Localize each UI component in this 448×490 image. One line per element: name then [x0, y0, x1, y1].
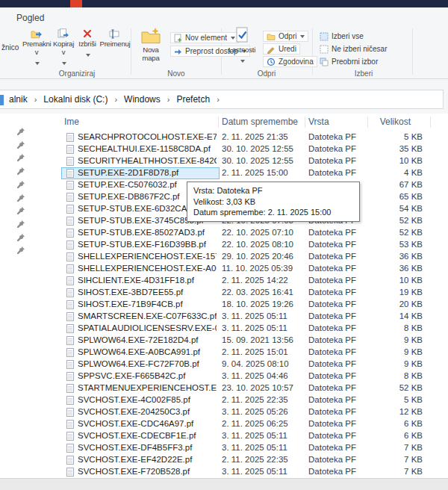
select-all-button[interactable]: Izberi vse [320, 31, 364, 42]
group-label-select: Izberi [317, 69, 411, 78]
column-separator[interactable] [305, 117, 305, 128]
file-row[interactable]: SEARCHPROTOCOLHOST.EXE-E7BC...2. 11. 202… [60, 131, 433, 143]
edit-button[interactable]: Uredi [263, 43, 300, 55]
file-name: SVCHOST.EXE-4C002F85.pf [78, 395, 217, 404]
move-to-icon [22, 28, 51, 39]
file-row[interactable]: SVCHOST.EXE-EF42D22E.pf2. 11. 2025 22:35… [60, 454, 433, 466]
file-row[interactable]: SIHOST.EXE-71B9F4CB.pf18. 10. 2025 19:26… [60, 299, 433, 311]
file-name: SPLWOW64.EXE-A0BCA991.pf [78, 347, 217, 356]
file-size: 67 KB [363, 180, 432, 189]
file-row[interactable]: SVCHOST.EXE-DF4B5FF3.pf3. 11. 2025 05:11… [60, 442, 433, 454]
file-date: 2. 11. 2025 21:35 [222, 132, 305, 141]
file-row[interactable]: SVCHOST.EXE-CDECBF1E.pf3. 11. 2025 05:11… [60, 430, 433, 442]
file-date: 9. 04. 2025 08:10 [222, 359, 305, 368]
column-separator[interactable] [367, 117, 368, 128]
file-name: SIHOST.EXE-71B9F4CB.pf [78, 300, 217, 308]
column-header-type[interactable]: Vrsta [308, 117, 329, 127]
file-date: 22. 10. 2025 07:10 [222, 228, 305, 237]
select-none-label: Ne izberi ničesar [332, 45, 387, 53]
column-header-date[interactable]: Datum spremembe [222, 117, 298, 127]
address-box[interactable]: alnik›Lokalni disk (C:)›Windows›Prefetch… [0, 90, 444, 109]
file-row[interactable]: SHELLEXPERIENCEHOST.EXE-A0C9...11. 10. 2… [60, 263, 433, 275]
column-header-name[interactable]: Ime [64, 117, 79, 127]
file-icon [66, 133, 74, 142]
file-type: Datoteka PF [308, 395, 367, 404]
file-type: Datoteka PF [308, 132, 367, 141]
copy-to-button[interactable]: Kopiraj v [51, 28, 76, 69]
file-type: Datoteka PF [308, 228, 367, 237]
breadcrumb-separator[interactable]: › [29, 95, 43, 104]
file-row[interactable]: SECHEALTHUI.EXE-1158C8DA.pf30. 10. 2025 … [60, 143, 433, 155]
file-icon [66, 241, 74, 249]
breadcrumb-separator[interactable]: › [109, 95, 122, 104]
file-row[interactable]: SHELLEXPERIENCEHOST.EXE-157E...29. 10. 2… [60, 251, 433, 263]
delete-button[interactable]: Izbriši [76, 28, 99, 62]
file-type: Datoteka PF [308, 419, 367, 428]
file-row[interactable]: SETUP.EXE-2D1F8D78.pf2. 11. 2025 15:00Da… [60, 167, 433, 179]
breadcrumb-item[interactable]: Windows [122, 94, 162, 105]
address-folder-icon [0, 95, 4, 105]
file-row[interactable]: SVCHOST.EXE-4C002F85.pf2. 11. 2025 22:35… [60, 394, 433, 406]
file-row[interactable]: SPATIALAUDIOLICENSESRV.EXE-08...3. 11. 2… [60, 323, 433, 335]
column-header-size[interactable]: Velikost [367, 117, 430, 127]
new-folder-icon [134, 27, 167, 45]
column-headers: Ime Datum spremembe Vrsta Velikost [60, 114, 442, 131]
breadcrumb-separator[interactable]: › [162, 95, 175, 104]
file-row[interactable]: SMARTSCREEN.EXE-C07F633C.pf3. 11. 2025 0… [60, 311, 433, 323]
file-row[interactable]: SVCHOST.EXE-204250C3.pf3. 11. 2025 05:26… [60, 406, 433, 418]
file-row[interactable]: SPLWOW64.EXE-FC72F70B.pf9. 04. 2025 08:1… [60, 359, 433, 370]
column-separator[interactable] [218, 117, 219, 128]
open-label: Odpri [279, 32, 296, 40]
open-button[interactable]: Odpri [263, 31, 308, 42]
select-none-button[interactable]: Ne izberi ničesar [320, 43, 387, 55]
file-date: 30. 10. 2025 12:55 [222, 156, 305, 165]
file-date: 2. 11. 2025 14:22 [222, 276, 305, 285]
file-date: 3. 11. 2025 05:11 [222, 311, 305, 320]
file-name: SVCHOST.EXE-204250C3.pf [78, 407, 217, 416]
file-date: 3. 11. 2025 05:11 [222, 443, 305, 452]
file-icon [66, 444, 74, 453]
copy-to-icon [51, 28, 76, 39]
file-size: 36 KB [363, 264, 432, 273]
file-row[interactable]: SIHOST.EXE-3BD7EE55.pf22. 03. 2025 16:41… [60, 287, 433, 299]
file-type: Datoteka PF [308, 443, 367, 452]
file-type: Datoteka PF [308, 335, 367, 344]
file-row[interactable]: STARTMENUEXPERIENCEHOST.EXE...23. 10. 20… [60, 382, 433, 394]
file-type: Datoteka PF [308, 323, 367, 332]
file-row[interactable]: SPLWOW64.EXE-A0BCA991.pf2. 11. 2025 15:0… [60, 347, 433, 359]
file-icon [66, 468, 74, 477]
move-to-button[interactable]: Premakni v [22, 28, 51, 69]
invert-selection-button[interactable]: Preobrni izbor [320, 56, 378, 67]
file-size: 12 KB [363, 407, 432, 416]
history-button[interactable]: Zgodovina [263, 56, 317, 67]
file-row[interactable]: SVCHOST.EXE-CDC46A97.pf2. 11. 2025 06:25… [60, 418, 433, 430]
tab-pogled[interactable]: Pogled [12, 11, 49, 25]
move-to-label: Premakni v [22, 40, 51, 56]
file-row[interactable]: SETUP-STUB.EXE-F16D39BB.pf22. 10. 2025 0… [60, 239, 433, 251]
file-size: 14 KB [363, 311, 432, 320]
file-row[interactable]: SIHCLIENT.EXE-4D31FF18.pf2. 11. 2025 14:… [60, 275, 433, 287]
file-row[interactable]: SETUP-STUB.EXE-85027AD3.pf22. 10. 2025 0… [60, 227, 433, 239]
tooltip: Vrsta: Datoteka PFVelikost: 3,03 KBDatum… [187, 182, 360, 222]
file-date: 3. 11. 2025 04:46 [222, 371, 305, 380]
file-name: SHELLEXPERIENCEHOST.EXE-A0C9... [78, 264, 217, 273]
file-row[interactable]: SECURITYHEALTHHOST.EXE-842CD...30. 10. 2… [60, 155, 433, 167]
file-icon [66, 169, 74, 178]
file-row[interactable]: SPPSVC.EXE-F665B42C.pf3. 11. 2025 04:46D… [60, 370, 433, 382]
file-name: SIHOST.EXE-3BD7EE55.pf [78, 288, 217, 297]
file-row[interactable]: SPLWOW64.EXE-72E182D4.pf15. 09. 2021 13:… [60, 335, 433, 347]
rename-button[interactable]: Preimenuj [99, 28, 131, 49]
file-name: SVCHOST.EXE-DF4B5FF3.pf [78, 443, 217, 452]
breadcrumb-item[interactable]: alnik [7, 94, 29, 105]
new-folder-button[interactable]: Nova mapa [134, 27, 167, 62]
breadcrumb-separator[interactable]: › [211, 95, 225, 104]
column-separator[interactable] [430, 117, 431, 128]
file-icon [66, 193, 74, 202]
file-row[interactable]: SVCHOST.EXE-F720B528.pf3. 11. 2025 05:11… [60, 466, 433, 478]
breadcrumb-item[interactable]: Prefetch [175, 94, 211, 105]
file-icon [66, 276, 74, 285]
address-bar: alnik›Lokalni disk (C:)›Windows›Prefetch… [0, 79, 448, 114]
properties-button[interactable]: Lastnosti [224, 27, 260, 68]
breadcrumb-item[interactable]: Lokalni disk (C:) [42, 94, 109, 105]
file-size: 5 KB [363, 395, 432, 404]
